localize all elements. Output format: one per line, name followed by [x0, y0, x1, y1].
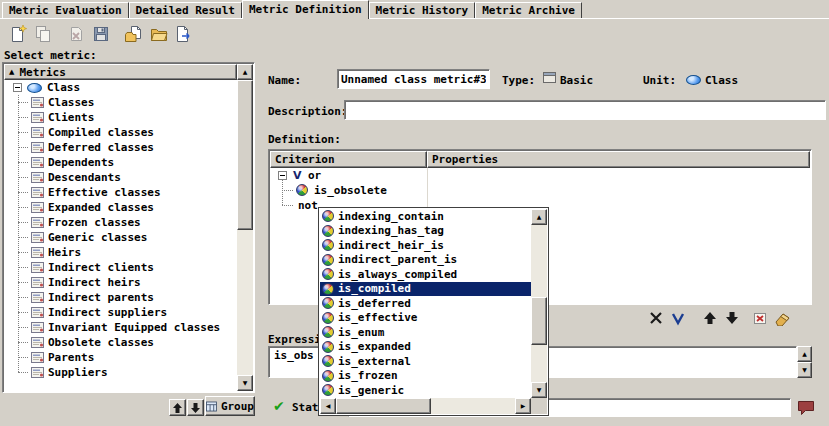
tree-item-effective-classes[interactable]: Effective classes: [5, 185, 237, 200]
tree-item-clients[interactable]: Clients: [5, 110, 237, 125]
metric-icon: [31, 322, 44, 333]
metrics-tree: Class ClassesClientsCompiled classesDefe…: [5, 80, 237, 391]
replace-criterion-button[interactable]: [646, 308, 666, 328]
tree-item-heirs[interactable]: Heirs: [5, 245, 237, 260]
properties-column-header[interactable]: Properties: [427, 151, 810, 168]
dropdown-item-is-expanded[interactable]: is_expanded: [320, 340, 531, 355]
metric-icon: [31, 127, 44, 138]
tree-item-invariant-equipped-classes[interactable]: Invariant Equipped classes: [5, 320, 237, 335]
dropdown-item-indexing-has-tag[interactable]: indexing_has_tag: [320, 224, 531, 239]
dropdown-item-is-always-compiled[interactable]: is_always_compiled: [320, 267, 531, 282]
remove-metric-button[interactable]: [63, 21, 88, 46]
tree-item-frozen-classes[interactable]: Frozen classes: [5, 215, 237, 230]
tree-item-indirect-suppliers[interactable]: Indirect suppliers: [5, 305, 237, 320]
move-metric-up-button[interactable]: [169, 399, 186, 416]
import-metrics-button[interactable]: [121, 21, 146, 46]
tree-item-indirect-clients[interactable]: Indirect clients: [5, 260, 237, 275]
tree-item-label: Indirect clients: [48, 261, 154, 274]
tree-item-label: Suppliers: [48, 366, 108, 379]
criterion-column-header[interactable]: Criterion: [270, 151, 427, 168]
tree-item-label: Indirect suppliers: [48, 306, 167, 319]
type-value: Basic: [560, 74, 593, 87]
tree-item-label: Obsolete classes: [48, 336, 154, 349]
dropdown-item-is-effective[interactable]: is_effective: [320, 311, 531, 326]
dropdown-item-is-external[interactable]: is_external: [320, 354, 531, 369]
collapse-icon[interactable]: [278, 171, 287, 180]
erase-definition-button[interactable]: [772, 308, 792, 328]
comment-button[interactable]: [795, 399, 816, 417]
definition-row-label: or: [308, 169, 321, 182]
tree-item-class[interactable]: Class: [5, 80, 237, 95]
dropdown-horizontal-scrollbar[interactable]: ◀ ▶: [320, 398, 531, 414]
tab-bar: Metric EvaluationDetailed ResultMetric D…: [2, 0, 582, 19]
new-metric-button[interactable]: [5, 21, 30, 46]
tree-item-label: Classes: [48, 96, 94, 109]
dropdown-item-indexing-contain[interactable]: indexing_contain: [320, 209, 531, 224]
expression-scroll-up-button[interactable]: ▲: [797, 346, 812, 362]
tree-item-compiled-classes[interactable]: Compiled classes: [5, 125, 237, 140]
move-criterion-up-button[interactable]: [700, 308, 720, 328]
scroll-down-button[interactable]: ▼: [237, 375, 253, 391]
scrollbar-corner: [531, 398, 547, 414]
tree-item-dependents[interactable]: Dependents: [5, 155, 237, 170]
open-folder-icon: [149, 24, 169, 44]
dropdown-item-label: indexing_has_tag: [338, 224, 444, 237]
metric-icon: [31, 292, 44, 303]
collapse-icon[interactable]: [13, 83, 22, 92]
tree-item-descendants[interactable]: Descendants: [5, 170, 237, 185]
move-criterion-down-button[interactable]: [722, 308, 742, 328]
tree-item-deferred-classes[interactable]: Deferred classes: [5, 140, 237, 155]
tree-item-generic-classes[interactable]: Generic classes: [5, 230, 237, 245]
dropdown-item-is-generic[interactable]: is_generic: [320, 383, 531, 398]
tab-metric-history[interactable]: Metric History: [369, 2, 476, 18]
description-input[interactable]: [344, 100, 826, 120]
dropdown-item-is-compiled[interactable]: is_compiled: [320, 282, 531, 297]
tree-scrollbar[interactable]: ▲ ▼: [237, 64, 253, 391]
name-input[interactable]: [337, 69, 490, 89]
tree-item-suppliers[interactable]: Suppliers: [5, 365, 237, 380]
tree-item-parents[interactable]: Parents: [5, 350, 237, 365]
scroll-down-button[interactable]: ▼: [531, 382, 547, 398]
tab-detailed-result[interactable]: Detailed Result: [129, 2, 242, 18]
definition-row-is-obsolete[interactable]: is_obsolete: [270, 183, 570, 198]
import-metrics-icon: [124, 24, 144, 44]
tree-item-indirect-parents[interactable]: Indirect parents: [5, 290, 237, 305]
scroll-left-button[interactable]: ◀: [320, 398, 336, 414]
move-metric-down-button[interactable]: [187, 399, 204, 416]
metrics-column-header[interactable]: ▲ Metrics: [4, 64, 237, 80]
tree-item-obsolete-classes[interactable]: Obsolete classes: [5, 335, 237, 350]
tab-metric-archive[interactable]: Metric Archive: [475, 2, 582, 18]
tree-item-indirect-heirs[interactable]: Indirect heirs: [5, 275, 237, 290]
group-button[interactable]: Group: [205, 396, 255, 416]
dropdown-item-is-deferred[interactable]: is_deferred: [320, 296, 531, 311]
select-metric-label: Select metric:: [4, 49, 97, 62]
delete-criterion-button[interactable]: [750, 308, 770, 328]
dropdown-hscrollbar-thumb[interactable]: [336, 398, 431, 414]
scroll-up-button[interactable]: ▲: [237, 64, 253, 80]
tree-item-label: Heirs: [48, 246, 81, 259]
type-label: Type:: [502, 74, 535, 87]
main-toolbar: [5, 21, 196, 46]
tree-item-expanded-classes[interactable]: Expanded classes: [5, 200, 237, 215]
export-metrics-button[interactable]: [171, 21, 196, 46]
open-metric-file-button[interactable]: [146, 21, 171, 46]
copy-metric-button[interactable]: [30, 21, 55, 46]
dropdown-item-indirect-parent-is[interactable]: indirect_parent_is: [320, 253, 531, 268]
dropdown-vertical-scrollbar[interactable]: ▲ ▼: [531, 209, 547, 398]
save-metric-button[interactable]: [88, 21, 113, 46]
scroll-right-button[interactable]: ▶: [515, 398, 531, 414]
dropdown-item-is-frozen[interactable]: is_frozen: [320, 369, 531, 384]
insert-operator-button[interactable]: [668, 308, 688, 328]
tree-item-classes[interactable]: Classes: [5, 95, 237, 110]
tree-scrollbar-thumb[interactable]: [237, 80, 253, 230]
dropdown-item-is-enum[interactable]: is_enum: [320, 325, 531, 340]
dropdown-item-label: is_always_compiled: [338, 268, 457, 281]
definition-row-or[interactable]: V or: [270, 168, 570, 183]
scroll-up-button[interactable]: ▲: [531, 209, 547, 225]
dropdown-item-indirect-heir-is[interactable]: indirect_heir_is: [320, 238, 531, 253]
expression-scroll-down-button[interactable]: ▼: [797, 362, 812, 378]
dropdown-scrollbar-thumb[interactable]: [531, 297, 547, 345]
tab-metric-definition[interactable]: Metric Definition: [242, 0, 369, 19]
metric-icon: [31, 352, 44, 363]
tab-metric-evaluation[interactable]: Metric Evaluation: [2, 2, 129, 18]
